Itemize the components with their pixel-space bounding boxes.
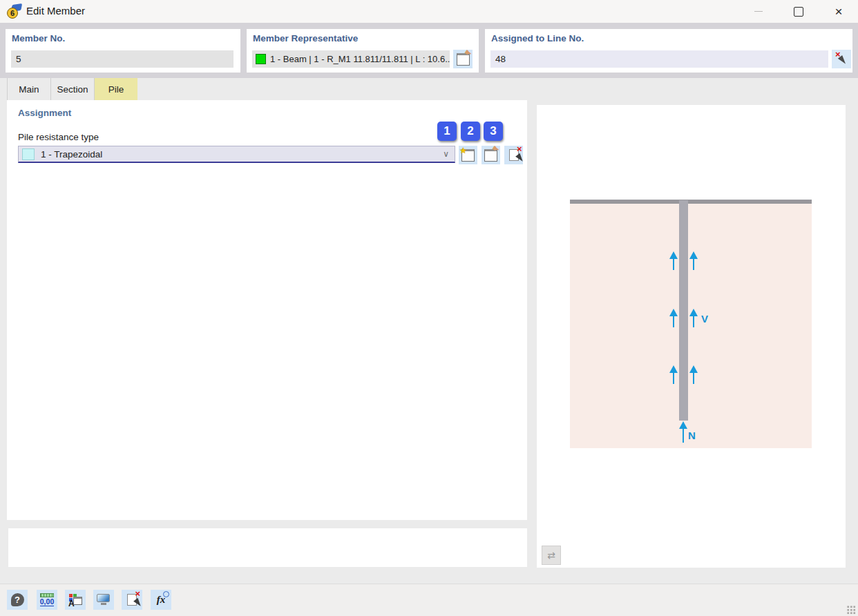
tab-section[interactable]: Section xyxy=(51,78,95,100)
rendering-button[interactable] xyxy=(93,590,114,610)
maximize-button[interactable] xyxy=(783,0,814,23)
pile-resistance-type-label: Pile resistance type xyxy=(18,132,99,142)
display-settings-icon: A xyxy=(68,593,82,607)
pile-resistance-selected-value: 1 - Trapezoidal xyxy=(41,149,102,160)
ground-line xyxy=(570,200,812,204)
window-title: Edit Member xyxy=(26,5,85,17)
pile-resistance-color-swatch xyxy=(22,148,35,160)
shear-force-label: V xyxy=(701,313,708,325)
footer-bar: ? 0,00 A × fx OK Cancel Apply xyxy=(0,584,858,616)
tab-pile[interactable]: Pile xyxy=(95,78,137,100)
display-settings-button[interactable]: A xyxy=(65,590,86,610)
resize-grip[interactable] xyxy=(847,606,856,615)
tab-bar: Main Section Pile xyxy=(7,78,137,100)
new-pile-resistance-button[interactable]: ★ xyxy=(459,146,477,164)
annotation-badge-3[interactable]: 3 xyxy=(484,122,503,141)
units-icon-text: 0,00 xyxy=(40,598,54,606)
app-logo-icon: 6 xyxy=(7,4,21,19)
member-representative-groupbox: Member Representative 1 - Beam | 1 - R_M… xyxy=(247,29,479,73)
header-band: Member No. 5 Member Representative 1 - B… xyxy=(0,23,858,78)
member-representative-label: Member Representative xyxy=(253,33,358,44)
axial-force-arrow xyxy=(679,421,687,443)
app-logo-ball: 6 xyxy=(7,8,18,19)
close-button[interactable]: × xyxy=(823,0,855,23)
swap-graphic-icon: ⇄ xyxy=(547,550,555,561)
annotation-badge-1[interactable]: 1 xyxy=(437,122,457,141)
assigned-line-field[interactable]: 48 xyxy=(490,50,828,68)
comment-strip[interactable] xyxy=(8,528,527,567)
swap-graphic-button[interactable]: ⇄ xyxy=(542,546,561,565)
member-no-field[interactable]: 5 xyxy=(11,50,233,68)
titlebar: 6 Edit Member × xyxy=(0,0,858,23)
skin-friction-arrow xyxy=(689,309,698,327)
units-icon: 0,00 xyxy=(40,593,54,606)
close-icon: × xyxy=(835,5,842,18)
skin-friction-arrow xyxy=(669,365,678,384)
units-button[interactable]: 0,00 xyxy=(37,590,57,610)
minimize-button[interactable] xyxy=(743,0,774,23)
minimize-icon xyxy=(754,11,763,12)
deselect-button[interactable]: × xyxy=(122,590,142,610)
dropdown-chevron-icon: ∨ xyxy=(443,149,449,159)
edit-pile-resistance-icon: ☛ xyxy=(484,149,497,162)
edit-member-dialog: 6 Edit Member × Member No. 5 Member Repr… xyxy=(0,0,858,616)
help-icon: ? xyxy=(11,593,24,606)
delete-pile-resistance-icon: × xyxy=(509,149,519,161)
skin-friction-arrow xyxy=(669,309,678,327)
pile-tab-panel: Assignment Pile resistance type 1 2 3 1 … xyxy=(7,100,527,520)
representative-value: 1 - Beam | 1 - R_M1 11.811/11.811 | L : … xyxy=(270,54,450,64)
assignment-section-title: Assignment xyxy=(18,108,71,118)
edit-representative-icon: ☛ xyxy=(457,53,470,66)
maximize-icon xyxy=(794,7,803,17)
formula-icon: fx xyxy=(157,594,166,606)
edit-pile-resistance-button[interactable]: ☛ xyxy=(482,146,500,164)
pile-resistance-type-dropdown[interactable]: 1 - Trapezoidal ∨ xyxy=(18,146,455,163)
skin-friction-arrow xyxy=(689,365,698,384)
edit-representative-button[interactable]: ☛ xyxy=(453,50,473,68)
pick-line-button[interactable]: × xyxy=(832,50,851,68)
graphic-panel: V N ⇄ xyxy=(537,105,846,568)
skin-friction-arrow xyxy=(669,251,678,270)
axial-force-label: N xyxy=(688,430,696,441)
tab-main[interactable]: Main xyxy=(7,78,51,100)
assigned-line-groupbox: Assigned to Line No. 48 × xyxy=(485,29,852,73)
help-button[interactable]: ? xyxy=(7,590,28,610)
member-representative-field[interactable]: 1 - Beam | 1 - R_M1 11.811/11.811 | L : … xyxy=(252,50,450,68)
annotation-badge-2[interactable]: 2 xyxy=(461,122,480,141)
deselect-icon: × xyxy=(127,594,137,606)
rendering-icon xyxy=(97,594,111,606)
new-pile-resistance-icon: ★ xyxy=(461,149,475,162)
representative-color-swatch xyxy=(256,54,266,64)
pile-shape xyxy=(679,200,688,421)
assigned-line-label: Assigned to Line No. xyxy=(491,33,584,44)
skin-friction-arrow xyxy=(689,251,698,270)
formula-button[interactable]: fx xyxy=(151,590,171,610)
member-no-label: Member No. xyxy=(12,33,65,44)
member-no-groupbox: Member No. 5 xyxy=(6,29,240,73)
delete-pile-resistance-button[interactable]: × xyxy=(504,146,523,164)
pick-line-icon: × xyxy=(836,53,847,66)
